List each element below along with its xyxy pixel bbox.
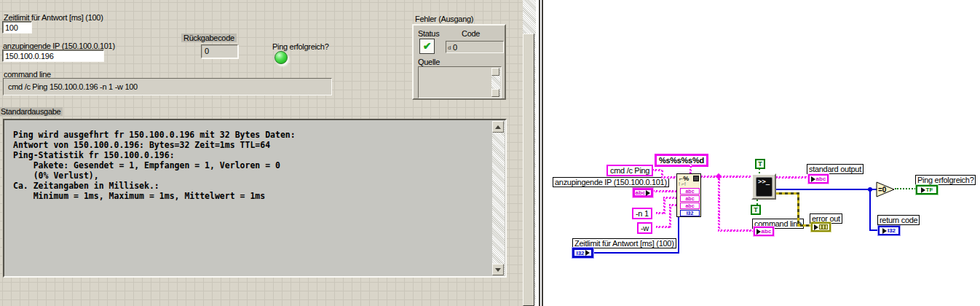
diagram-ip-label[interactable]: anzupingende IP (150.100.0.101): [553, 177, 669, 187]
terminal-type-label: abc: [816, 176, 826, 182]
string-wire: [661, 176, 676, 178]
console-icon: >>_: [756, 177, 772, 197]
format-input-string: abc: [680, 195, 700, 202]
command-line-field[interactable]: cmd /c Ping 150.100.0.196 -n 1 -w 100: [3, 78, 332, 95]
terminal-type-label: I32: [888, 227, 896, 234]
stdout-line: Antwort von 150.100.0.196: Bytes=32 Zeit…: [13, 140, 296, 150]
terminal-type-label: I32: [576, 250, 584, 256]
error-cluster-icon: [819, 224, 828, 230]
string-wire: [689, 164, 692, 173]
int-wire: [593, 252, 679, 254]
stdout-line: Ping-Statistik fr 150.100.0.196:: [13, 150, 296, 160]
format-input-int: I32: [680, 210, 700, 216]
string-wire: [663, 197, 665, 213]
status-check-led: ✔: [419, 39, 435, 54]
int-wire: [869, 189, 871, 230]
string-constant-format[interactable]: %s%s%s%d: [655, 154, 708, 167]
string-constant-cmd[interactable]: cmd /c Ping: [606, 165, 653, 176]
ping-success-led: [274, 51, 288, 64]
string-constant-w[interactable]: -w: [637, 222, 652, 234]
system-exec-node[interactable]: >>_: [751, 173, 776, 200]
stdout-scrollbar[interactable]: [492, 121, 505, 275]
int-wire: [869, 230, 878, 231]
equal-zero-node[interactable]: =0: [876, 181, 896, 198]
wire-arrow-icon: [756, 229, 761, 235]
cmdline-string-terminal[interactable]: abc: [754, 227, 774, 236]
int-wire: [776, 189, 879, 190]
source-label: Quelle: [418, 58, 440, 66]
scroll-up-button[interactable]: [491, 68, 499, 76]
window-edge-line: [539, 0, 540, 306]
stdout-textarea[interactable]: Ping wird ausgefhrt fr 150.100.0.196 mit…: [3, 119, 507, 278]
errorout-cluster-terminal[interactable]: [811, 222, 831, 232]
arrow-down-icon: [495, 268, 501, 272]
code-label: Code: [462, 29, 480, 38]
wire-arrow-icon: [585, 250, 590, 256]
return-code-label: Rückgabecode: [181, 34, 237, 42]
ping-success-label: Ping erfolgreich?: [272, 42, 328, 51]
error-wire: [797, 192, 799, 227]
timeout-int-terminal[interactable]: I32: [572, 248, 593, 258]
error-wire: [776, 192, 799, 195]
ip-input[interactable]: [2, 50, 104, 62]
scroll-up-button[interactable]: [492, 121, 504, 133]
ping-bool-terminal[interactable]: TF: [916, 185, 938, 195]
string-wire: [669, 204, 676, 206]
error-code-field[interactable]: d 0: [446, 41, 504, 53]
wire-arrow-icon: [921, 187, 925, 193]
format-into-string-icon: ⌐% ! ⌐!: [677, 174, 700, 188]
error-cluster-title: Fehler (Ausgang): [415, 15, 473, 23]
bool-wire: [895, 188, 916, 189]
diagram-returncode-label[interactable]: return code: [877, 215, 920, 225]
stdout-string-terminal[interactable]: abc: [808, 174, 829, 184]
terminal-type-label: abc: [636, 189, 646, 196]
arrow-up-icon: [495, 125, 501, 129]
stdout-line: Ping wird ausgefhrt fr 150.100.0.196 mit…: [13, 130, 296, 140]
stdout-line: (0% Verlust),: [13, 170, 296, 181]
error-cluster: Status Code ✔ d 0 Quelle: [412, 24, 506, 100]
scroll-down-button[interactable]: [491, 89, 499, 97]
status-label: Status: [418, 29, 439, 38]
string-wire: [669, 205, 671, 227]
stdout-line: Ca. Zeitangaben in Millisek.:: [13, 181, 296, 191]
diagram-stdout-label[interactable]: standard output: [807, 164, 864, 174]
true-constant[interactable]: T: [755, 159, 765, 169]
scrollbar-thumb[interactable]: [523, 34, 534, 306]
format-into-string-node[interactable]: ⌐% ! ⌐! abc abc abc I32: [676, 173, 701, 217]
radix-indicator: d: [448, 44, 451, 51]
bool-wire: [756, 200, 758, 205]
return-code-field[interactable]: 0: [201, 44, 238, 58]
scroll-down-button[interactable]: [492, 264, 504, 275]
returncode-int-terminal[interactable]: I32: [878, 226, 900, 235]
wire-junction: [868, 187, 872, 192]
error-wire: [797, 224, 811, 227]
string-wire: [718, 230, 754, 232]
equal-zero-label: =0: [878, 186, 887, 194]
string-constant-n1[interactable]: -n 1: [632, 208, 652, 219]
format-input-string: abc: [680, 188, 700, 195]
check-icon: ✔: [423, 40, 432, 52]
diagram-timeout-label[interactable]: Zeitlimit für Antwort [ms] (100): [572, 238, 676, 248]
true-constant[interactable]: T: [751, 205, 761, 215]
labview-screenshot: Zeitlimit für Antwort [ms] (100) anzupin…: [0, 0, 980, 306]
bool-wire: [759, 168, 760, 173]
diagram-ping-label[interactable]: Ping erfolgreich?: [915, 175, 976, 185]
stdout-line: Minimum = 1ms, Maximum = 1ms, Mittelwert…: [13, 191, 296, 201]
stdout-text: Ping wird ausgefhrt fr 150.100.0.196 mit…: [13, 130, 296, 201]
stdout-label: Standardausgabe: [0, 107, 63, 116]
ip-string-terminal[interactable]: abc: [633, 188, 653, 197]
wire-arrow-icon: [882, 228, 887, 234]
source-scrollbar[interactable]: [491, 68, 500, 97]
error-code-value: 0: [453, 43, 457, 52]
string-wire: [701, 176, 751, 178]
timeout-input[interactable]: [2, 21, 32, 34]
icon-square: [693, 176, 699, 181]
error-source-field[interactable]: [418, 66, 502, 98]
int-wire: [678, 213, 679, 253]
wire-arrow-icon: [814, 224, 818, 230]
string-wire: [653, 190, 676, 192]
panel-vertical-scrollbar[interactable]: [523, 0, 536, 306]
string-wire: [776, 176, 808, 178]
format-input-string: abc: [680, 203, 700, 209]
terminal-type-label: TF: [926, 187, 933, 193]
